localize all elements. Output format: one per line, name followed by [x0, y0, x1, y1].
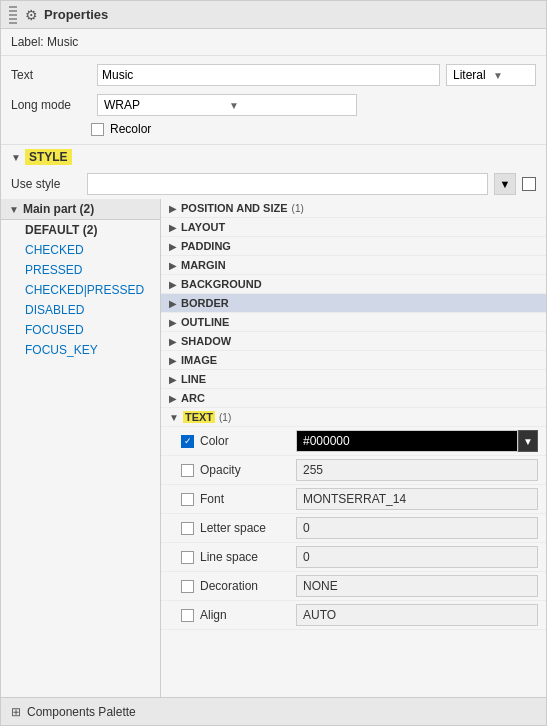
background-label: BACKGROUND — [181, 278, 262, 290]
shadow-chevron-icon: ▶ — [169, 336, 177, 347]
parts-header-label: Main part (2) — [23, 202, 94, 216]
padding-label: PADDING — [181, 240, 231, 252]
prop-group-layout[interactable]: ▶ LAYOUT — [161, 218, 546, 237]
parts-item-focused-label: FOCUSED — [25, 323, 84, 337]
pos-size-count: (1) — [292, 203, 304, 214]
image-label: IMAGE — [181, 354, 217, 366]
opacity-value[interactable]: 255 — [296, 459, 538, 481]
parts-item-checked-pressed-label: CHECKED|PRESSED — [25, 283, 144, 297]
opacity-row: Opacity 255 — [161, 456, 546, 485]
letter-space-value[interactable]: 0 — [296, 517, 538, 539]
prop-group-position-size[interactable]: ▶ POSITION AND SIZE (1) — [161, 199, 546, 218]
parts-chevron-icon: ▼ — [9, 204, 19, 215]
color-checkbox[interactable] — [181, 435, 194, 448]
right-panel: ▶ POSITION AND SIZE (1) ▶ LAYOUT ▶ PADDI… — [161, 199, 546, 697]
parts-header[interactable]: ▼ Main part (2) — [1, 199, 160, 220]
line-space-row: Line space 0 — [161, 543, 546, 572]
arc-chevron-icon: ▶ — [169, 393, 177, 404]
parts-item-disabled[interactable]: DISABLED — [1, 300, 160, 320]
color-value[interactable]: #000000 — [296, 430, 518, 452]
long-mode-label: Long mode — [11, 98, 91, 112]
color-dropdown-btn[interactable]: ▼ — [518, 430, 538, 452]
long-mode-select[interactable]: WRAP ▼ — [97, 94, 357, 116]
background-chevron-icon: ▶ — [169, 279, 177, 290]
style-section-header[interactable]: ▼ STYLE — [1, 144, 546, 169]
style-chevron-icon: ▼ — [11, 152, 21, 163]
prop-group-background[interactable]: ▶ BACKGROUND — [161, 275, 546, 294]
opacity-checkbox[interactable] — [181, 464, 194, 477]
bottom-bar[interactable]: ⊞ Components Palette — [1, 697, 546, 725]
label-text: Label: Music — [11, 35, 78, 49]
long-mode-row: Long mode WRAP ▼ — [11, 90, 536, 120]
properties-panel: ⚙ Properties Label: Music Text Literal ▼… — [0, 0, 547, 726]
text-label: Text — [11, 68, 91, 82]
components-palette-label: Components Palette — [27, 705, 136, 719]
left-panel: ▼ Main part (2) DEFAULT (2) CHECKED PRES… — [1, 199, 161, 697]
text-type-arrow: ▼ — [493, 70, 529, 81]
prop-group-line[interactable]: ▶ LINE — [161, 370, 546, 389]
prop-group-shadow[interactable]: ▶ SHADOW — [161, 332, 546, 351]
letter-space-checkbox[interactable] — [181, 522, 194, 535]
decoration-checkbox[interactable] — [181, 580, 194, 593]
prop-group-arc[interactable]: ▶ ARC — [161, 389, 546, 408]
prop-group-image[interactable]: ▶ IMAGE — [161, 351, 546, 370]
font-value[interactable]: MONTSERRAT_14 — [296, 488, 538, 510]
use-style-label: Use style — [11, 177, 81, 191]
align-checkbox[interactable] — [181, 609, 194, 622]
border-chevron-icon: ▶ — [169, 298, 177, 309]
parts-item-default[interactable]: DEFAULT (2) — [1, 220, 160, 240]
use-style-input[interactable] — [87, 173, 488, 195]
style-label: STYLE — [25, 149, 72, 165]
line-label: LINE — [181, 373, 206, 385]
pos-size-chevron-icon: ▶ — [169, 203, 177, 214]
recolor-label: Recolor — [110, 122, 151, 136]
text-input[interactable] — [97, 64, 440, 86]
use-style-row: Use style ▼ — [1, 169, 546, 199]
layout-label: LAYOUT — [181, 221, 225, 233]
font-row: Font MONTSERRAT_14 — [161, 485, 546, 514]
color-value-container: #000000 ▼ — [296, 430, 538, 452]
margin-chevron-icon: ▶ — [169, 260, 177, 271]
parts-item-pressed[interactable]: PRESSED — [1, 260, 160, 280]
decoration-value[interactable]: NONE — [296, 575, 538, 597]
panel-header: ⚙ Properties — [1, 1, 546, 29]
recolor-row: Recolor — [11, 120, 536, 140]
parts-item-focused[interactable]: FOCUSED — [1, 320, 160, 340]
decoration-prop-label: Decoration — [200, 579, 290, 593]
letter-space-prop-label: Letter space — [200, 521, 290, 535]
color-prop-label: Color — [200, 434, 290, 448]
parts-item-focus-key-label: FOCUS_KEY — [25, 343, 98, 357]
recolor-checkbox[interactable] — [91, 123, 104, 136]
parts-item-checked[interactable]: CHECKED — [1, 240, 160, 260]
drag-handle[interactable] — [9, 6, 17, 24]
arc-label: ARC — [181, 392, 205, 404]
prop-group-outline[interactable]: ▶ OUTLINE — [161, 313, 546, 332]
align-value[interactable]: AUTO — [296, 604, 538, 626]
text-label: TEXT — [183, 411, 215, 423]
decoration-row: Decoration NONE — [161, 572, 546, 601]
prop-group-border[interactable]: ▶ BORDER — [161, 294, 546, 313]
line-chevron-icon: ▶ — [169, 374, 177, 385]
use-style-dropdown-btn[interactable]: ▼ — [494, 173, 516, 195]
long-mode-value: WRAP — [104, 98, 225, 112]
parts-item-focus-key[interactable]: FOCUS_KEY — [1, 340, 160, 360]
main-content: ▼ Main part (2) DEFAULT (2) CHECKED PRES… — [1, 199, 546, 697]
text-type-select[interactable]: Literal ▼ — [446, 64, 536, 86]
letter-space-row: Letter space 0 — [161, 514, 546, 543]
opacity-prop-label: Opacity — [200, 463, 290, 477]
font-prop-label: Font — [200, 492, 290, 506]
prop-group-text[interactable]: ▼ TEXT (1) — [161, 408, 546, 427]
line-space-value[interactable]: 0 — [296, 546, 538, 568]
use-style-square-btn[interactable] — [522, 177, 536, 191]
parts-item-checked-pressed[interactable]: CHECKED|PRESSED — [1, 280, 160, 300]
parts-item-checked-label: CHECKED — [25, 243, 84, 257]
form-section: Text Literal ▼ Long mode WRAP ▼ Recolor — [1, 56, 546, 144]
line-space-checkbox[interactable] — [181, 551, 194, 564]
shadow-label: SHADOW — [181, 335, 231, 347]
line-space-prop-label: Line space — [200, 550, 290, 564]
prop-group-padding[interactable]: ▶ PADDING — [161, 237, 546, 256]
text-properties-section: Color #000000 ▼ Opacity 255 Font MON — [161, 427, 546, 630]
font-checkbox[interactable] — [181, 493, 194, 506]
prop-group-margin[interactable]: ▶ MARGIN — [161, 256, 546, 275]
align-prop-label: Align — [200, 608, 290, 622]
